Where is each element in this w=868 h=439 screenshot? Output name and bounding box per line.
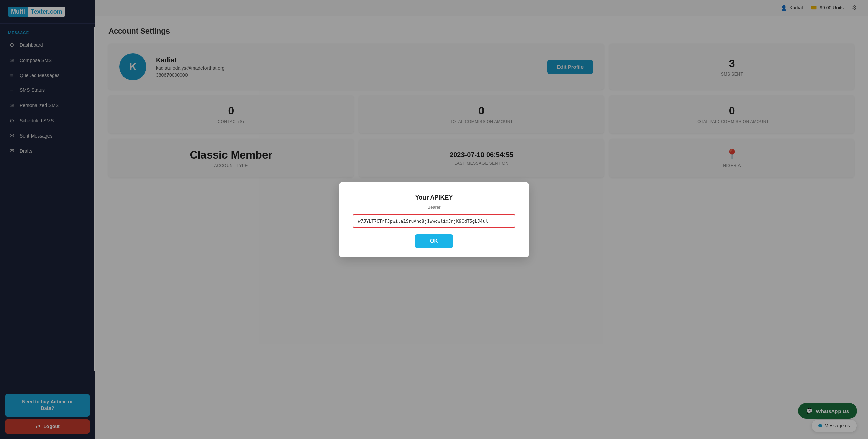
modal-overlay: Your APIKEY Bearer w7JYLT7CTrPJpwila1Sru… <box>0 0 868 439</box>
modal-subtitle: Bearer <box>427 205 440 210</box>
apikey-modal: Your APIKEY Bearer w7JYLT7CTrPJpwila1Sru… <box>339 182 529 257</box>
modal-ok-button[interactable]: OK <box>415 234 453 248</box>
modal-title: Your APIKEY <box>415 194 453 201</box>
apikey-display: w7JYLT7CTrPJpwila1SruAno8jIWwcwlixJnjK9C… <box>353 214 515 228</box>
